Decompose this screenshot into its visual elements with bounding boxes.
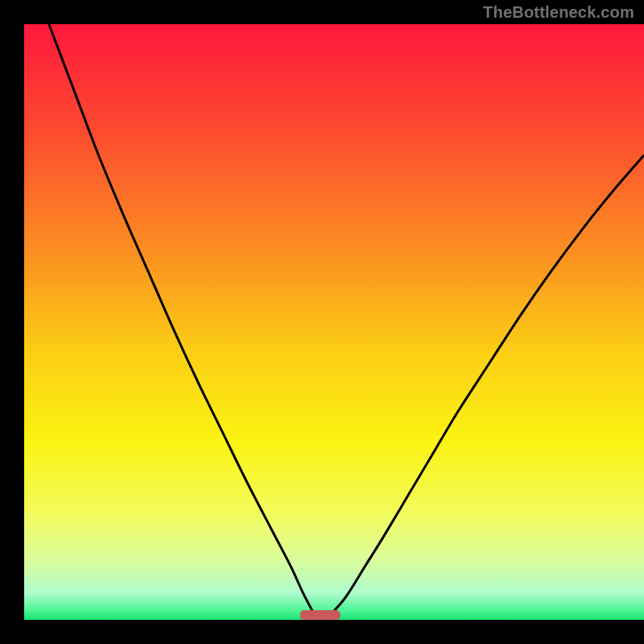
plot-background	[24, 24, 644, 620]
bottleneck-marker	[300, 610, 341, 620]
watermark-text: TheBottleneck.com	[483, 3, 634, 22]
chart-container: { "watermark": "TheBottleneck.com", "cha…	[0, 0, 644, 644]
bottleneck-chart	[0, 0, 644, 644]
